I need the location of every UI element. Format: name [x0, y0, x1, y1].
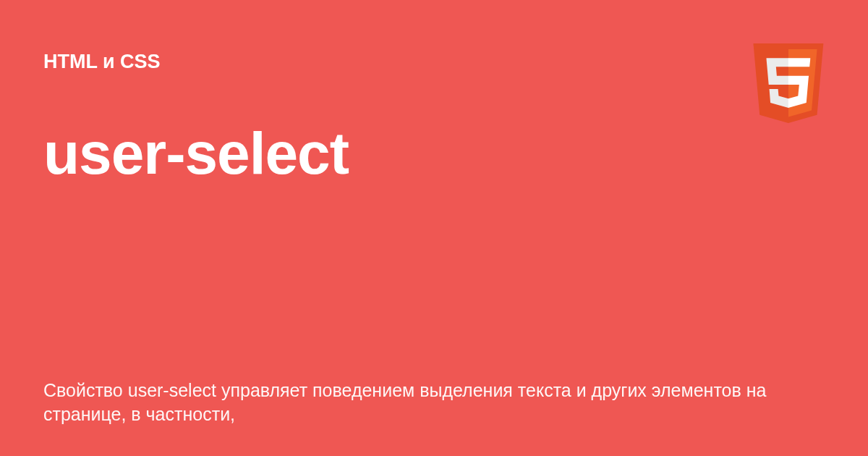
- page-title: user-select: [43, 119, 825, 187]
- html5-logo-icon: [749, 43, 828, 138]
- description-text: Свойство user-select управляет поведение…: [43, 379, 825, 428]
- category-label: HTML и CSS: [43, 51, 825, 73]
